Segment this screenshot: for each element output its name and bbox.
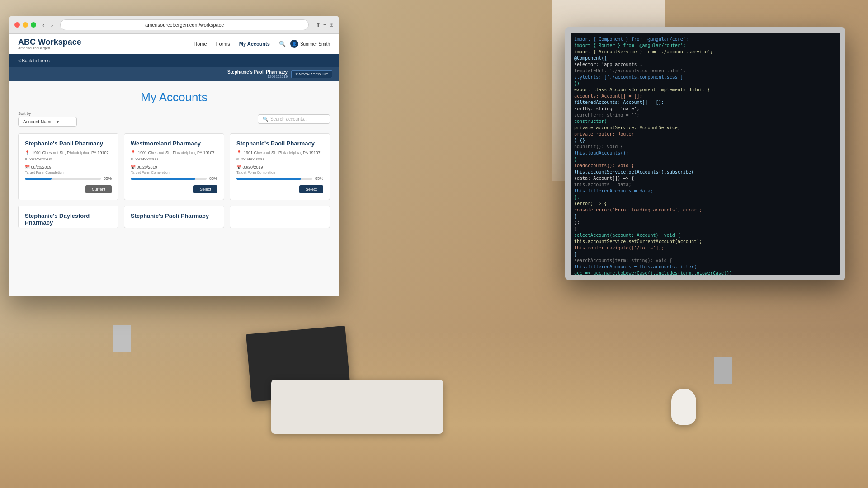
card-title: Stephanie's Paoli Pharmacy xyxy=(131,212,217,219)
browser-content: ABC Workspace AmerisourceBergen Home For… xyxy=(9,34,339,296)
controls-bar: Sort by Account Name ▼ 🔍 Search accounts… xyxy=(18,111,330,127)
mouse[interactable] xyxy=(671,389,696,425)
card-address-row: 📍 1901 Chestnut St., Philadelphia, PA 19… xyxy=(25,150,112,155)
sidebar-btn[interactable]: ⊞ xyxy=(329,22,334,28)
current-button[interactable]: Current xyxy=(85,185,112,193)
card-date-label: Target Form Completion xyxy=(25,170,112,174)
sort-select[interactable]: Account Name ▼ xyxy=(18,117,77,127)
select-button[interactable]: Select xyxy=(193,185,217,193)
code-line: } xyxy=(574,156,836,163)
location-icon: 📍 xyxy=(236,150,241,155)
browser-back-btn[interactable]: ‹ xyxy=(42,21,45,28)
back-to-forms-link[interactable]: < Back to forms xyxy=(18,58,50,63)
nav-my-accounts[interactable]: My Accounts xyxy=(239,41,270,47)
traffic-light-fullscreen[interactable] xyxy=(31,22,36,28)
code-line: loadAccounts(): void { xyxy=(574,163,836,169)
progress-bar-background xyxy=(25,178,101,180)
card-date-label: Target Form Completion xyxy=(236,170,323,174)
code-line: private router: Router xyxy=(574,131,836,137)
address-bar[interactable]: amerisourcebergen.com/workspace xyxy=(60,19,309,30)
code-editor-screen: import { Component } from '@angular/core… xyxy=(571,33,840,275)
left-monitor-stand xyxy=(113,325,131,352)
code-line: } xyxy=(574,213,836,220)
progress-percentage: 85% xyxy=(315,176,323,181)
card-date-label: Target Form Completion xyxy=(131,170,217,174)
app-logo-wrap: ABC Workspace AmerisourceBergen xyxy=(18,38,81,50)
code-line: ); xyxy=(574,220,836,226)
card-address-row: 📍 1901 Chestnut St., Philadelphia, PA 19… xyxy=(131,150,217,155)
navbar-links: Home Forms My Accounts xyxy=(193,41,270,47)
card-phone-row: # 2934920200 xyxy=(25,157,112,161)
browser-action-buttons: ⬆ + ⊞ xyxy=(316,22,334,28)
progress-bar-background xyxy=(236,178,312,180)
card-action: Current xyxy=(25,185,112,193)
search-magnifier-icon: 🔍 xyxy=(263,117,268,122)
code-line: selector: 'app-accounts', xyxy=(574,61,836,68)
breadcrumb-bar: < Back to forms xyxy=(9,54,339,67)
select-button[interactable]: Select xyxy=(299,185,323,193)
keyboard[interactable] xyxy=(271,380,443,434)
phone-icon: # xyxy=(25,157,27,161)
code-line: (data: Account[]) => { xyxy=(574,175,836,182)
code-line: this.accounts = data; xyxy=(574,182,836,188)
code-line: ngOnInit(): void { xyxy=(574,144,836,150)
browser-window: ‹ › amerisourcebergen.com/workspace ⬆ + … xyxy=(9,16,339,296)
code-line: filteredAccounts: Account[] = []; xyxy=(574,99,836,106)
nav-forms[interactable]: Forms xyxy=(216,41,230,47)
phone-icon: # xyxy=(131,157,133,161)
card-phone: 2934920200 xyxy=(241,157,264,161)
search-icon[interactable]: 🔍 xyxy=(279,41,286,47)
traffic-light-minimize[interactable] xyxy=(23,22,28,28)
code-line: import { AccountService } from './accoun… xyxy=(574,49,836,55)
traffic-light-close[interactable] xyxy=(14,22,20,28)
progress-bar-fill xyxy=(236,178,301,180)
card-date: 📅 08/20/2019 xyxy=(131,165,217,169)
code-line: templateUrl: './accounts.component.html'… xyxy=(574,68,836,74)
code-line: private accountService: AccountService, xyxy=(574,125,836,131)
card-title: Stephanie's Daylesford Pharmacy xyxy=(25,212,112,226)
card-phone: 2934920200 xyxy=(135,157,158,161)
code-line: }) xyxy=(574,80,836,87)
search-box[interactable]: 🔍 Search accounts... xyxy=(258,114,330,124)
code-line: } xyxy=(574,226,836,232)
progress-bar-fill xyxy=(131,178,195,180)
nav-home[interactable]: Home xyxy=(193,41,207,47)
card-address: 1901 Chestnut St., Philadelphia, PA 1910… xyxy=(32,150,108,155)
code-line: sortBy: string = 'name'; xyxy=(574,106,836,112)
switch-account-button[interactable]: SWITCH ACCOUNT xyxy=(291,70,332,78)
account-card-partial: Stephanie's Paoli Pharmacy xyxy=(124,206,224,228)
account-card: Westmoreland Pharmacy 📍 1901 Chestnut St… xyxy=(124,133,224,200)
current-account-display: Stephanie's Paoli Pharmacy 1209202019 xyxy=(227,70,288,79)
search-placeholder: Search accounts... xyxy=(270,117,308,122)
account-card: Stephanie's Paoli Pharmacy 📍 1901 Chestn… xyxy=(230,133,330,200)
browser-forward-btn[interactable]: › xyxy=(51,21,53,28)
code-line: export class AccountsComponent implement… xyxy=(574,87,836,93)
card-address-row: 📍 1901 Chestnut St., Philadelphia, PA 19… xyxy=(236,150,323,155)
add-tab-btn[interactable]: + xyxy=(323,22,326,28)
code-line: searchAccounts(term: string): void { xyxy=(574,258,836,264)
right-monitor-bezel: import { Component } from '@angular/core… xyxy=(565,27,845,280)
code-line: this.loadAccounts(); xyxy=(574,150,836,156)
code-line: selectAccount(account: Account): void { xyxy=(574,232,836,239)
progress-bar-fill xyxy=(25,178,52,180)
code-line: accounts: Account[] = []; xyxy=(574,93,836,99)
code-line: (error) => { xyxy=(574,201,836,207)
app-navbar: ABC Workspace AmerisourceBergen Home For… xyxy=(9,34,339,54)
card-address: 1901 Chestnut St., Philadelphia, PA 1910… xyxy=(138,150,214,155)
card-title: Stephanie's Paoli Pharmacy xyxy=(236,140,323,147)
card-action: Select xyxy=(236,185,323,193)
url-text: amerisourcebergen.com/workspace xyxy=(145,22,224,28)
code-line: acc => acc.name.toLowerCase().includes(t… xyxy=(574,270,836,275)
user-nav: 👤 Summer Smith xyxy=(290,40,330,48)
code-line: }, xyxy=(574,194,836,201)
page-title: My Accounts xyxy=(18,90,330,104)
code-line: this.router.navigate(['/forms']); xyxy=(574,245,836,251)
phone-icon: # xyxy=(236,157,239,161)
card-phone-row: # 2934920200 xyxy=(236,157,323,161)
share-btn[interactable]: ⬆ xyxy=(316,22,321,28)
code-line: import { Router } from '@angular/router'… xyxy=(574,42,836,49)
main-content: My Accounts Sort by Account Name ▼ 🔍 Sea… xyxy=(9,81,339,296)
left-monitor: ‹ › amerisourcebergen.com/workspace ⬆ + … xyxy=(0,0,348,325)
card-date: 📅 08/20/2019 xyxy=(25,165,112,169)
current-account-id: 1209202019 xyxy=(227,75,288,79)
